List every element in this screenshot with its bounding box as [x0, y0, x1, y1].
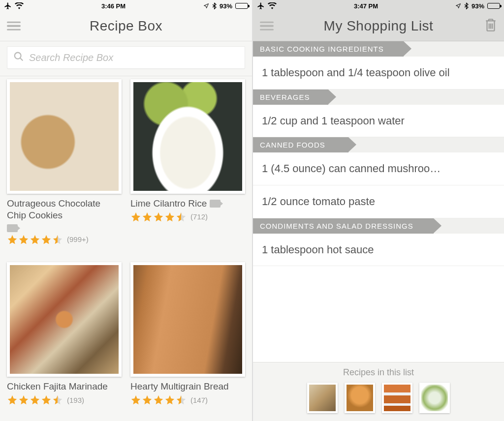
battery-percent: 93% [220, 2, 232, 10]
airplane-mode-icon [257, 2, 265, 10]
battery-icon [235, 3, 248, 9]
recipe-thumbnail [7, 262, 122, 377]
list-item[interactable]: 1 tablespoon hot sauce [253, 234, 504, 267]
list-item[interactable]: 1 (4.5 ounce) can canned mushroo… [253, 152, 504, 185]
page-title: Recipe Box [90, 18, 162, 34]
rating-stars [130, 211, 187, 222]
recipes-footer-title: Recipes in this list [253, 367, 504, 378]
menu-button[interactable] [253, 15, 281, 36]
recipe-card[interactable]: Lime Cilantro Rice (712) [130, 79, 245, 257]
search-icon [13, 51, 24, 64]
section-header: BEVERAGES [253, 90, 328, 105]
location-icon [455, 3, 461, 9]
bluetooth-icon [212, 2, 217, 9]
location-icon [203, 3, 209, 9]
shopping-list[interactable]: BASIC COOKING INGREDIENTS 1 tablespoon a… [253, 41, 504, 362]
screen-recipe-box: 3:46 PM 93% Recipe Box Outrageous [0, 0, 252, 421]
nav-header: My Shopping List [253, 11, 504, 41]
list-item[interactable]: 1 tablespoon and 1/4 teaspoon olive oil [253, 57, 504, 90]
review-count: (193) [67, 396, 84, 404]
recipe-card[interactable]: Outrageous Chocolate Chip Cookies (999+) [7, 79, 122, 257]
recipe-title: Lime Cilantro Rice [130, 198, 207, 210]
section-header: CANNED FOODS [253, 137, 348, 152]
recipe-chip[interactable] [419, 383, 450, 413]
list-item[interactable]: 1/2 ounce tomato paste [253, 185, 504, 218]
battery-icon [487, 3, 500, 9]
menu-button[interactable] [0, 15, 28, 36]
screen-shopping-list: 3:47 PM 93% My Shopping List BASIC COOKI… [252, 0, 504, 421]
status-time: 3:46 PM [101, 2, 126, 10]
svg-line-1 [20, 58, 23, 61]
search-input[interactable] [29, 52, 239, 63]
recipe-chip[interactable] [345, 383, 375, 413]
section-header: BASIC COOKING INGREDIENTS [253, 41, 404, 57]
svg-point-0 [15, 53, 21, 59]
search-box[interactable] [7, 46, 245, 69]
nav-header: Recipe Box [0, 11, 252, 41]
recipe-thumbnail [130, 262, 245, 377]
search-bar [0, 41, 252, 76]
recipe-card[interactable]: Chicken Fajita Marinade (193) [7, 262, 122, 418]
wifi-icon [15, 2, 24, 9]
bluetooth-icon [464, 2, 469, 9]
review-count: (999+) [67, 235, 89, 243]
video-icon [7, 224, 18, 232]
rating-stars [130, 394, 187, 405]
review-count: (712) [190, 212, 208, 221]
recipe-title: Chicken Fajita Marinade [7, 381, 108, 392]
battery-percent: 93% [472, 2, 484, 10]
recipe-chip[interactable] [382, 383, 412, 413]
recipe-title: Hearty Multigrain Bread [130, 381, 229, 392]
delete-button[interactable] [477, 14, 504, 38]
recipes-footer: Recipes in this list [253, 362, 504, 421]
wifi-icon [268, 2, 277, 9]
recipe-thumbnail [130, 79, 245, 194]
recipe-thumbnail [7, 79, 122, 194]
status-bar: 3:46 PM 93% [0, 0, 252, 11]
recipe-card[interactable]: Hearty Multigrain Bread (147) [130, 262, 245, 418]
airplane-mode-icon [4, 2, 12, 10]
recipe-chip[interactable] [307, 383, 338, 413]
section-header: CONDIMENTS AND SALAD DRESSINGS [253, 218, 434, 234]
recipe-chips [253, 383, 504, 413]
status-bar: 3:47 PM 93% [253, 0, 504, 11]
recipe-title: Outrageous Chocolate Chip Cookies [7, 198, 122, 221]
rating-stars [7, 234, 63, 245]
page-title: My Shopping List [324, 18, 434, 34]
rating-stars [7, 394, 63, 405]
video-icon [210, 200, 220, 208]
recipe-grid: Outrageous Chocolate Chip Cookies (999+)… [0, 76, 252, 421]
status-time: 3:47 PM [354, 2, 378, 10]
review-count: (147) [190, 396, 208, 404]
list-item[interactable]: 1/2 cup and 1 teaspoon water [253, 105, 504, 138]
